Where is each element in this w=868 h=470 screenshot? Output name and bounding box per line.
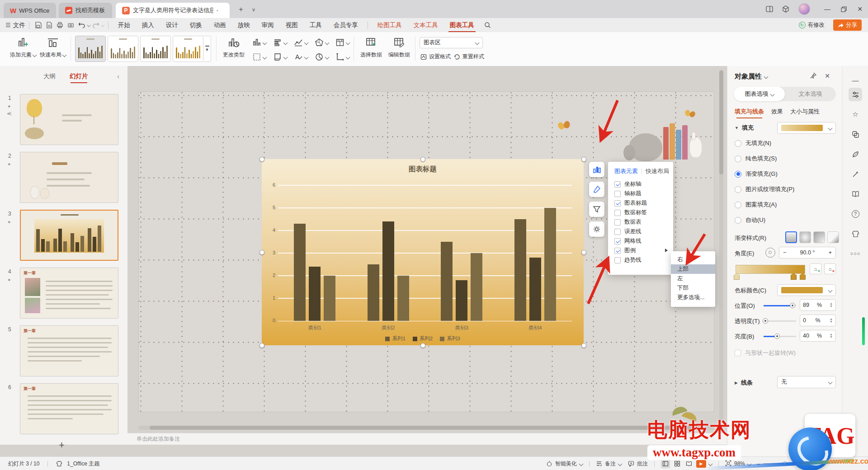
tool-tab-drawing-tools[interactable]: 绘图工具 [372, 21, 408, 29]
notes-button[interactable]: 备注 [605, 460, 616, 468]
notes-bar[interactable]: 单击此处添加备注 [127, 433, 727, 445]
new-tab-button[interactable]: + [235, 4, 247, 15]
restore-button[interactable] [835, 0, 852, 18]
angle-dial-icon[interactable] [765, 248, 775, 258]
axis-dropdown[interactable] [333, 50, 352, 64]
selection-handle[interactable] [259, 157, 264, 162]
zoom-slider[interactable] [763, 463, 797, 464]
vertical-scrollbar[interactable] [719, 70, 723, 422]
bar-系列2-类别1[interactable] [309, 267, 321, 321]
transparency-slider[interactable] [764, 320, 796, 322]
collapse-strip-icon[interactable]: — [849, 73, 862, 87]
legend-position-left[interactable]: 左 [671, 274, 715, 283]
horizontal-scrollbar[interactable] [138, 426, 714, 430]
effects-star-icon[interactable]: ☆ [849, 108, 862, 121]
fill-option-solid[interactable]: 纯色填充(S) [735, 155, 777, 163]
selected-bar-chart[interactable]: 图表标题 0123456 类别1类别2类别3类别4 系列1系列2系列3 [262, 159, 584, 345]
gradient-style-path[interactable] [827, 231, 839, 243]
slide-thumbnail-4[interactable]: 第一章 [20, 268, 118, 319]
chart-style-thumbnail-2[interactable] [108, 36, 138, 62]
scrollbar-thumb[interactable] [150, 426, 703, 430]
chevron-down-icon[interactable] [747, 461, 752, 466]
chart-style-float-button[interactable] [589, 182, 604, 197]
bar-系列1-类别2[interactable] [368, 264, 379, 321]
chart-settings-float-button[interactable] [589, 221, 604, 237]
change-chart-type-button[interactable]: 更改类型 [220, 35, 248, 63]
angle-value[interactable]: 90.0 [800, 249, 811, 256]
legend-item[interactable]: 系列2 [413, 335, 433, 342]
checkbox[interactable] [614, 200, 621, 207]
radar-chart-dropdown[interactable] [312, 36, 331, 49]
checkbox[interactable] [614, 219, 621, 226]
transparency-value[interactable]: 0 [803, 317, 806, 324]
strip-scrollbar-thumb[interactable] [862, 317, 865, 345]
menu-item-tools[interactable]: 工具 [304, 21, 328, 29]
pin-icon[interactable] [810, 72, 816, 80]
print-icon[interactable] [55, 20, 65, 30]
gradient-style-rect[interactable] [813, 231, 825, 243]
selection-handle[interactable] [581, 157, 586, 162]
transparency-field[interactable]: 0 % ▲▼ [800, 315, 836, 326]
angle-stepper[interactable]: − 90.0 ° + [779, 247, 836, 258]
add-element-button[interactable]: 添加元素 [9, 35, 37, 63]
legend-position-top[interactable]: 上部 [671, 264, 715, 274]
comments-button[interactable]: 批注 [637, 460, 648, 468]
chart-element-trendline[interactable]: 趋势线 [614, 255, 673, 265]
legend-position-more-options[interactable]: 更多选项... [671, 293, 715, 302]
skin-theme-icon[interactable] [849, 227, 862, 240]
bar-系列1-类别3[interactable] [441, 242, 453, 321]
gradient-stop-1[interactable] [734, 273, 740, 280]
minimize-button[interactable]: — [819, 0, 835, 18]
fit-to-window-icon[interactable] [725, 460, 731, 468]
tool-tab-text-tools[interactable]: 文本工具 [408, 21, 444, 29]
play-slideshow-button[interactable]: ▶ [696, 460, 706, 468]
bar-系列2-类别2[interactable] [382, 221, 394, 321]
chart-element-legend[interactable]: 图例 [614, 246, 673, 255]
shape-merge-icon[interactable] [849, 127, 862, 141]
3d-box-icon[interactable] [778, 0, 794, 18]
slide-thumbnail-1[interactable] [20, 94, 118, 145]
selection-handle[interactable] [259, 250, 264, 255]
selection-handle[interactable] [581, 343, 586, 348]
fill-option-none[interactable]: 无填充(N) [735, 139, 771, 147]
edit-data-button[interactable]: 编辑数据 [385, 35, 413, 63]
set-format-button[interactable]: 设置格式 [420, 53, 451, 61]
remove-gradient-stop-button[interactable]: ⌂× [824, 263, 836, 274]
wall-chart-dropdown[interactable] [333, 36, 352, 49]
subtab-effects[interactable]: 效果 [771, 108, 783, 116]
select-data-button[interactable]: 选择数据 [357, 35, 385, 63]
chart-wall-dropdown[interactable] [270, 50, 289, 64]
rotate-with-shape-checkbox[interactable]: 与形状一起旋转(W) [735, 349, 796, 357]
chart-element-axis[interactable]: 坐标轴 [614, 179, 673, 189]
line-dropdown[interactable]: 无 [777, 376, 836, 388]
tab-docer[interactable]: 找稻壳模板 [59, 3, 112, 18]
export-pdf-icon[interactable] [44, 20, 54, 30]
checkbox[interactable] [614, 181, 621, 188]
popup-tab-quick-layout[interactable]: 快速布局 [646, 167, 669, 175]
submenu-arrow-icon[interactable] [665, 249, 668, 252]
slide-thumbnail-2[interactable] [20, 152, 118, 203]
chart-filter-float-button[interactable] [589, 202, 604, 217]
fill-section-header[interactable]: ▼ 填充 [735, 124, 754, 132]
fill-option-picture[interactable]: 图片或纹理填充(P) [735, 185, 794, 193]
share-button[interactable]: 分享 [833, 19, 862, 31]
slide-thumbnail-6[interactable]: 第一章 [20, 383, 118, 434]
tab-slides[interactable]: 幻灯片 [70, 72, 88, 80]
gradient-stop-2-selected[interactable] [791, 273, 797, 280]
close-panel-icon[interactable]: ✕ [825, 72, 830, 80]
reading-book-icon[interactable] [849, 187, 862, 201]
tab-chart-options[interactable]: 图表选项 [734, 87, 785, 101]
brightness-field[interactable]: 40 % ▲▼ [800, 330, 836, 342]
subtab-size-properties[interactable]: 大小与属性 [790, 108, 820, 116]
selection-handle[interactable] [581, 250, 586, 255]
bar-系列3-类别2[interactable] [397, 276, 409, 321]
file-menu[interactable]: ☰ 文件 [5, 21, 25, 29]
zoom-out-button[interactable]: − [756, 460, 760, 468]
chart-style-thumbnail-4[interactable] [173, 36, 203, 62]
gallery-more-button[interactable]: ▼ [203, 36, 211, 62]
checkbox[interactable] [614, 210, 621, 216]
chart-elements-float-button[interactable] [589, 162, 604, 177]
close-button[interactable]: ✕ [852, 0, 868, 18]
menu-item-insert[interactable]: 插入 [136, 21, 160, 29]
spinner-arrows[interactable]: ▲▼ [830, 302, 833, 308]
